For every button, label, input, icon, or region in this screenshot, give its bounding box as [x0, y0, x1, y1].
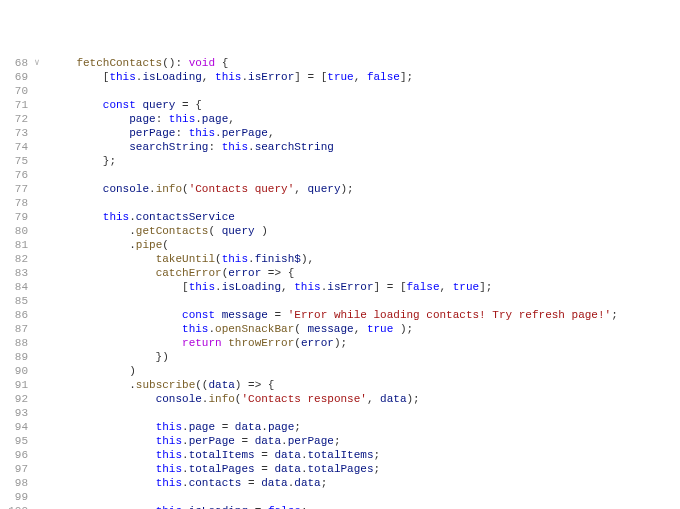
code-line[interactable]	[50, 490, 680, 504]
line-number-text: 75	[15, 155, 28, 167]
fold-spacer	[30, 280, 44, 294]
token-punc: (	[182, 183, 189, 195]
token-punc: .	[215, 281, 222, 293]
token-ident: error	[301, 337, 334, 349]
code-line[interactable]: this.contacts = data.data;	[50, 476, 680, 490]
fold-spacer	[30, 210, 44, 224]
code-line[interactable]: .pipe(	[50, 238, 680, 252]
fold-spacer	[30, 336, 44, 350]
code-line[interactable]: const message = 'Error while loading con…	[50, 308, 680, 322]
token-punc: ];	[479, 281, 492, 293]
line-number-text: 97	[15, 463, 28, 475]
token-kw: this	[189, 281, 215, 293]
code-line[interactable]	[50, 406, 680, 420]
token-punc: :	[156, 113, 169, 125]
code-line[interactable]: this.perPage = data.perPage;	[50, 434, 680, 448]
code-line[interactable]: const query = {	[50, 98, 680, 112]
token-ident: data	[208, 379, 234, 391]
token-kw: this	[156, 421, 182, 433]
code-line[interactable]	[50, 196, 680, 210]
code-line[interactable]: [this.isLoading, this.isError] = [true, …	[50, 70, 680, 84]
code-line[interactable]: .subscribe((data) => {	[50, 378, 680, 392]
code-line[interactable]: [this.isLoading, this.isError] = [false,…	[50, 280, 680, 294]
code-line[interactable]: return throwError(error);	[50, 336, 680, 350]
token-punc: ((	[195, 379, 208, 391]
chevron-down-icon[interactable]: ∨	[34, 58, 39, 68]
line-number: 69	[0, 70, 28, 84]
line-number-text: 99	[15, 491, 28, 503]
token-punc: ;	[374, 463, 381, 475]
token-prop: totalPages	[307, 463, 373, 475]
code-line[interactable]: .getContacts( query )	[50, 224, 680, 238]
token-punc: )	[50, 365, 136, 377]
line-number: 85	[0, 294, 28, 308]
token-punc: ;	[611, 309, 618, 321]
line-number-text: 82	[15, 253, 28, 265]
line-number: 97	[0, 462, 28, 476]
code-line[interactable]: this.totalPages = data.totalPages;	[50, 462, 680, 476]
code-line[interactable]: this.openSnackBar( message, true );	[50, 322, 680, 336]
code-line[interactable]: console.info('Contacts response', data);	[50, 392, 680, 406]
code-line[interactable]: )	[50, 364, 680, 378]
code-line[interactable]: };	[50, 154, 680, 168]
line-number: 87	[0, 322, 28, 336]
code-line[interactable]: console.info('Contacts query', query);	[50, 182, 680, 196]
code-line[interactable]: perPage: this.perPage,	[50, 126, 680, 140]
line-number-text: 88	[15, 337, 28, 349]
token-punc: ) => {	[235, 379, 275, 391]
code-line[interactable]	[50, 168, 680, 182]
token-punc: ;	[374, 449, 381, 461]
code-line[interactable]: fetchContacts(): void {	[50, 56, 680, 70]
line-number: 68	[0, 56, 28, 70]
token-punc: );	[393, 323, 413, 335]
line-number-text: 93	[15, 407, 28, 419]
fold-spacer	[30, 364, 44, 378]
code-line[interactable]: catchError(error => {	[50, 266, 680, 280]
token-kw: this	[103, 211, 129, 223]
token-punc: .	[129, 211, 136, 223]
token-kw: this	[222, 141, 248, 153]
token-fn: throwError	[228, 337, 294, 349]
token-str: 'Contacts response'	[241, 393, 366, 405]
token-plain	[50, 57, 76, 69]
code-line[interactable]: takeUntil(this.finish$),	[50, 252, 680, 266]
line-number: 93	[0, 406, 28, 420]
line-number-text: 87	[15, 323, 28, 335]
line-number: 99	[0, 490, 28, 504]
code-line[interactable]: this.page = data.page;	[50, 420, 680, 434]
token-str: 'Error while loading contacts! Try refre…	[288, 309, 611, 321]
code-line[interactable]	[50, 84, 680, 98]
token-punc: ,	[281, 281, 294, 293]
line-number-text: 83	[15, 267, 28, 279]
line-number: 95	[0, 434, 28, 448]
token-punc: =	[255, 449, 275, 461]
code-area[interactable]: fetchContacts(): void { [this.isLoading,…	[44, 56, 680, 509]
code-line[interactable]	[50, 294, 680, 308]
token-punc: :	[175, 57, 188, 69]
line-number-text: 70	[15, 85, 28, 97]
code-line[interactable]: this.contactsService	[50, 210, 680, 224]
line-number-text: 84	[15, 281, 28, 293]
line-number: 98	[0, 476, 28, 490]
line-number: 100	[0, 504, 28, 509]
fold-toggle[interactable]: ∨	[30, 56, 44, 70]
token-punc: =	[235, 435, 255, 447]
fold-spacer	[30, 70, 44, 84]
token-punc: (	[294, 337, 301, 349]
token-ident: message	[222, 309, 268, 321]
code-line[interactable]: this.isLoading = false;	[50, 504, 680, 509]
token-punc: .	[215, 127, 222, 139]
token-plain	[50, 267, 156, 279]
code-line[interactable]: })	[50, 350, 680, 364]
token-prop: page	[189, 421, 215, 433]
token-prop: page	[268, 421, 294, 433]
token-plain	[50, 113, 129, 125]
line-number-text: 80	[15, 225, 28, 237]
code-line[interactable]: this.totalItems = data.totalItems;	[50, 448, 680, 462]
code-line[interactable]: searchString: this.searchString	[50, 140, 680, 154]
token-fn: info	[208, 393, 234, 405]
line-number: 80	[0, 224, 28, 238]
line-number: 88	[0, 336, 28, 350]
token-punc: ,	[294, 183, 307, 195]
code-line[interactable]: page: this.page,	[50, 112, 680, 126]
